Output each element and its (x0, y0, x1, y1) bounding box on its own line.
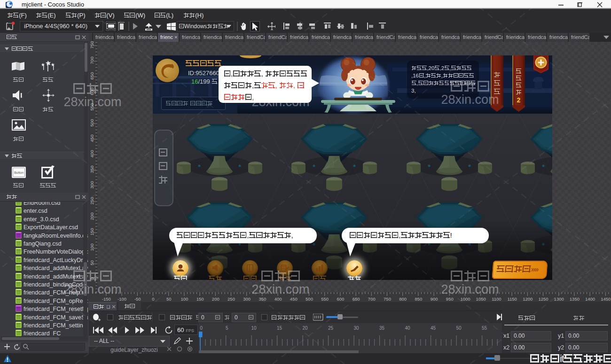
svg-text:40: 40 (405, 325, 411, 331)
svg-text:5: 5 (226, 325, 228, 331)
svg-text:25: 25 (328, 325, 334, 331)
svg-text:30: 30 (354, 325, 360, 331)
svg-text:20: 20 (303, 325, 308, 331)
svg-text:15: 15 (277, 325, 282, 331)
svg-text:35: 35 (379, 325, 385, 331)
svg-text:Button: Button (14, 171, 24, 174)
svg-text:45: 45 (431, 325, 436, 331)
svg-text:10: 10 (251, 325, 257, 331)
svg-text:55: 55 (482, 325, 487, 331)
svg-text:50: 50 (456, 325, 462, 331)
svg-text:0: 0 (200, 325, 203, 331)
